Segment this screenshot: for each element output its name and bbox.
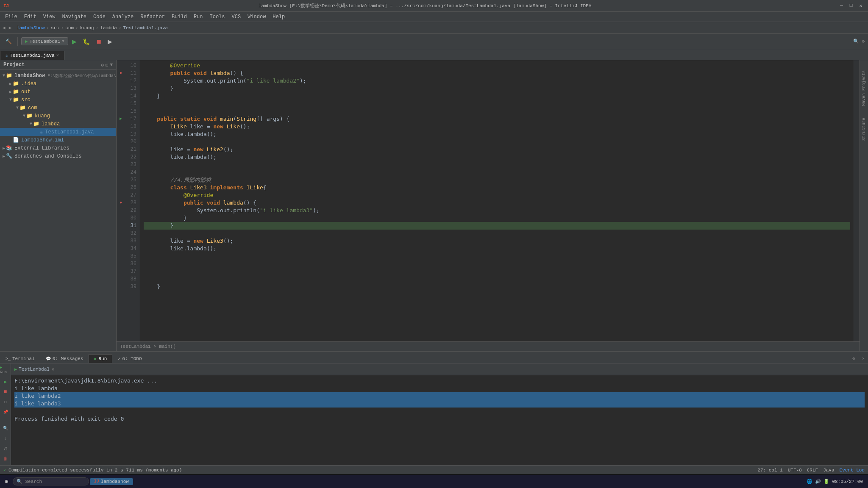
tree-item-com[interactable]: ▼ 📁 com bbox=[0, 104, 116, 112]
title-bar: IJ lambdaShow [F:\数学经验\Demo\代码\lambda\la… bbox=[0, 0, 868, 12]
tab-testlambda1[interactable]: ☕ TestLambda1.java × bbox=[0, 51, 64, 60]
network-icon[interactable]: 🌐 bbox=[807, 479, 812, 484]
stop-btn[interactable]: ⏹ bbox=[94, 37, 104, 46]
breakpoint-11[interactable]: ● bbox=[117, 69, 125, 77]
code-line-32 bbox=[144, 230, 850, 237]
tree-item-src[interactable]: ▼ 📁 src bbox=[0, 96, 116, 104]
lang-indicator[interactable]: Java bbox=[823, 468, 834, 473]
sidebar: Project ⚙ ⊞ ▼ ▼ 📁 lambdaShow F:\数学经验\Dem… bbox=[0, 60, 117, 351]
window-controls[interactable]: ─ □ ✕ bbox=[837, 2, 865, 9]
breadcrumb-kuang[interactable]: kuang bbox=[80, 25, 94, 30]
line-sep-indicator[interactable]: CRLF bbox=[807, 468, 818, 473]
search-everywhere-icon[interactable]: 🔍 bbox=[853, 39, 859, 44]
menu-run[interactable]: Run bbox=[190, 13, 206, 21]
panel-close-icon[interactable]: × bbox=[858, 355, 868, 363]
terminal-tab[interactable]: >_ Terminal bbox=[0, 354, 40, 363]
line-col-indicator[interactable]: 27: col 1 bbox=[757, 468, 782, 473]
taskbar-idea[interactable]: IJ lambdaShow bbox=[90, 478, 133, 485]
scroll-to-end-btn[interactable]: ↓ bbox=[1, 434, 10, 443]
sidebar-layout-icon[interactable]: ⊞ bbox=[106, 62, 108, 68]
clear-console-btn[interactable]: 🗑 bbox=[1, 454, 10, 463]
sidebar-settings-icon[interactable]: ⚙ bbox=[101, 62, 104, 68]
tree-item-lambdashow[interactable]: ▼ 📁 lambdaShow F:\数学经验\Demo\代码\lambda\la… bbox=[0, 72, 116, 80]
tree-item-lambda[interactable]: ▼ 📁 lambda bbox=[0, 120, 116, 128]
tree-item-scratches[interactable]: ▶ 🔧 Scratches and Consoles bbox=[0, 152, 116, 160]
debug-btn[interactable]: 🐛 bbox=[81, 37, 92, 46]
print-btn[interactable]: 🖨 bbox=[1, 444, 10, 453]
messages-tab[interactable]: 💬 0: Messages bbox=[40, 354, 89, 363]
pin-tab-btn[interactable]: 📌 bbox=[1, 408, 10, 417]
minimize-btn[interactable]: ─ bbox=[837, 2, 846, 9]
tree-item-lambdashow-iml[interactable]: ▶ 📄 lambdaShow.iml bbox=[0, 136, 116, 144]
menu-refactor[interactable]: Refactor bbox=[137, 13, 168, 21]
code-line-10: @Override bbox=[144, 62, 850, 69]
run-tab[interactable]: ▶ Run bbox=[89, 354, 112, 363]
tree-item-kuang[interactable]: ▼ 📁 kuang bbox=[0, 112, 116, 120]
menu-vcs[interactable]: VCS bbox=[228, 13, 245, 21]
toolbar-build-btn[interactable]: 🔨 bbox=[3, 37, 14, 46]
breadcrumb-lambda[interactable]: lambda bbox=[100, 25, 117, 30]
todo-tab[interactable]: ✓ 6: TODO bbox=[112, 354, 147, 363]
run-left-toolbar: ▶ Run ▶ ■ ⊡ 📌 🔍 ↓ 🖨 🗑 bbox=[0, 363, 11, 465]
close-btn[interactable]: ✕ bbox=[857, 2, 865, 9]
stop-console-btn[interactable]: ■ bbox=[1, 387, 10, 396]
event-log-link[interactable]: Event Log bbox=[840, 468, 865, 473]
start-menu-btn[interactable]: ⊞ bbox=[2, 477, 12, 486]
console-line-4: i like lambda3 bbox=[14, 400, 865, 408]
menu-analyze[interactable]: Analyze bbox=[109, 13, 137, 21]
console-line-2: i like lambda bbox=[14, 385, 865, 392]
volume-icon[interactable]: 🔊 bbox=[815, 479, 821, 484]
menu-code[interactable]: Code bbox=[90, 13, 109, 21]
breakpoint-28[interactable]: ● bbox=[117, 199, 125, 207]
breadcrumb-com[interactable]: com bbox=[65, 25, 74, 30]
toolbar: 🔨 ▶ TestLambda1 ▼ ▶ 🐛 ⏹ ▶ 🔍 ⚙ bbox=[0, 34, 868, 49]
maximize-btn[interactable]: □ bbox=[847, 2, 855, 9]
tab-icon: ☕ bbox=[6, 53, 8, 58]
menu-navigate[interactable]: Navigate bbox=[58, 13, 90, 21]
code-editor[interactable]: ● ▶ ● bbox=[117, 60, 860, 341]
run-config-tab: ▶ Run bbox=[0, 365, 11, 374]
filter-output-btn[interactable]: 🔍 bbox=[1, 424, 10, 433]
battery-icon[interactable]: 🔋 bbox=[823, 479, 829, 484]
coverage-btn[interactable]: ▶ bbox=[106, 37, 114, 46]
taskbar-search[interactable]: 🔍 Search bbox=[13, 477, 89, 485]
menu-build[interactable]: Build bbox=[168, 13, 190, 21]
rerun-btn[interactable]: ▶ bbox=[1, 377, 10, 386]
tree-item-testlambda1[interactable]: ▶ ☕ TestLambda1.java bbox=[0, 128, 116, 136]
console-line-5 bbox=[14, 408, 865, 415]
menu-view[interactable]: View bbox=[40, 13, 59, 21]
menu-edit[interactable]: Edit bbox=[21, 13, 40, 21]
menu-help[interactable]: Help bbox=[269, 13, 288, 21]
run-gutter-17[interactable]: ▶ bbox=[117, 115, 125, 123]
run-config-close[interactable]: × bbox=[51, 366, 55, 373]
tree-item-external-libs[interactable]: ▶ 📚 External Libraries bbox=[0, 144, 116, 152]
breadcrumb-status-bar: TestLambda1 > main() bbox=[117, 341, 860, 351]
menu-file[interactable]: File bbox=[2, 13, 21, 21]
maven-projects-tab[interactable]: Maven Projects bbox=[861, 69, 867, 108]
breadcrumb-src[interactable]: src bbox=[51, 25, 59, 30]
messages-icon: 💬 bbox=[46, 356, 51, 361]
settings-icon[interactable]: ⚙ bbox=[862, 39, 865, 44]
code-line-21: like = new Like2(); bbox=[144, 146, 850, 153]
nav-back[interactable]: ◀ bbox=[3, 25, 6, 30]
restore-layout-btn[interactable]: ⊡ bbox=[1, 397, 10, 407]
sidebar-filter-icon[interactable]: ▼ bbox=[110, 62, 113, 68]
tab-close-btn[interactable]: × bbox=[56, 53, 59, 58]
tree-item-idea[interactable]: ▶ 📁 .idea bbox=[0, 80, 116, 88]
console-output[interactable]: ▶ TestLambda1 × F:\Environment\java\jdk1… bbox=[11, 363, 868, 465]
structure-tab[interactable]: Structure bbox=[861, 116, 867, 142]
encoding-indicator[interactable]: UTF-8 bbox=[788, 468, 802, 473]
menu-window[interactable]: Window bbox=[244, 13, 269, 21]
menu-tools[interactable]: Tools bbox=[206, 13, 228, 21]
code-gutter: ● ▶ ● bbox=[117, 60, 125, 341]
code-content[interactable]: @Override public void lambda() { System.… bbox=[140, 60, 854, 341]
breadcrumb-file[interactable]: TestLambda1.java bbox=[123, 25, 168, 30]
run-btn[interactable]: ▶ bbox=[70, 37, 79, 46]
run-config-selector[interactable]: ▶ TestLambda1 ▼ bbox=[21, 37, 68, 45]
breadcrumb-lambdashow[interactable]: lambdaShow bbox=[17, 25, 45, 30]
nav-forward[interactable]: ▶ bbox=[9, 25, 12, 30]
code-line-39: } bbox=[144, 283, 850, 291]
panel-settings-icon[interactable]: ⚙ bbox=[849, 354, 859, 363]
tree-item-out[interactable]: ▶ 📁 out bbox=[0, 88, 116, 96]
run-config-dropdown-icon: ▼ bbox=[62, 39, 64, 44]
